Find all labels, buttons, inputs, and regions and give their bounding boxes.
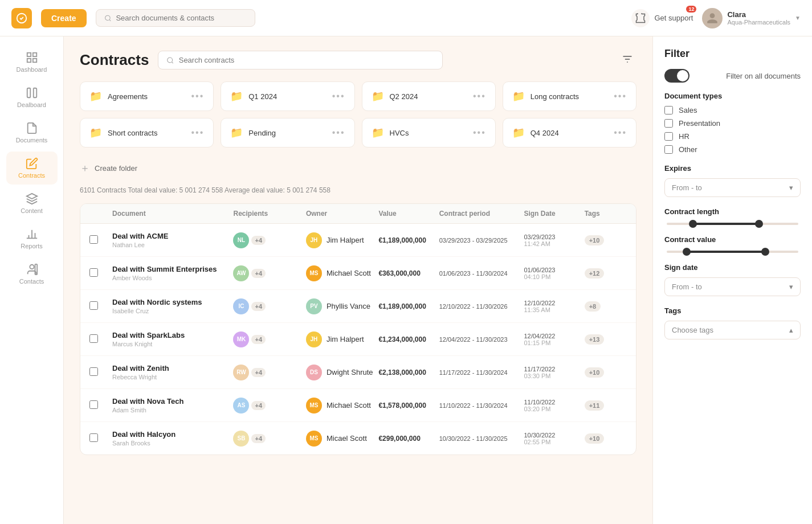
- doc-info: Deal with Nova Tech Adam Smith: [112, 397, 233, 414]
- folder-more-menu[interactable]: •••: [614, 128, 627, 138]
- owner-name: Dwight Shrute: [327, 368, 373, 376]
- folder-name: Q4 2024: [531, 129, 608, 137]
- contract-length-slider[interactable]: [664, 223, 801, 225]
- folder-q2-2024[interactable]: 📁 Q2 2024 •••: [362, 81, 496, 111]
- row-checkbox[interactable]: [89, 301, 112, 312]
- col-tags: Tags: [585, 210, 627, 218]
- doc-info: Deal with Nordic systems Isabelle Cruz: [112, 298, 233, 314]
- owner-avatar: MS: [306, 431, 322, 447]
- doc-info: Deal with Halcyon Sarah Brooks: [112, 430, 233, 447]
- sidebar-item-contracts[interactable]: Contracts: [6, 152, 58, 185]
- sidebar-label-dashboard: Dashboard: [17, 66, 47, 73]
- recipient-avatar: AW: [233, 265, 249, 281]
- svg-point-0: [105, 15, 110, 21]
- recipients: NL +4: [233, 232, 305, 248]
- expires-dropdown[interactable]: From - to ▾: [664, 178, 801, 197]
- folder-more-menu[interactable]: •••: [332, 91, 345, 101]
- checkbox-sales[interactable]: Sales: [664, 106, 801, 114]
- folder-q1-2024[interactable]: 📁 Q1 2024 •••: [221, 81, 354, 111]
- row-checkbox[interactable]: [89, 334, 112, 345]
- contract-value-slider[interactable]: [664, 251, 801, 253]
- app-logo[interactable]: [11, 8, 32, 28]
- folder-icon: 📁: [372, 90, 384, 103]
- doc-name: Deal with Zenith: [112, 364, 233, 372]
- tags: +10: [585, 367, 627, 378]
- presentation-label: Presentation: [679, 119, 720, 128]
- row-checkbox[interactable]: [89, 367, 112, 378]
- folder-more-menu[interactable]: •••: [614, 91, 627, 101]
- sidebar-item-dashboard[interactable]: Dashboard: [6, 46, 58, 79]
- row-checkbox[interactable]: [89, 268, 112, 279]
- sidebar-item-documents[interactable]: Documents: [6, 116, 58, 149]
- table-row: Deal with ACME Nathan Lee NL +4 JH Jim H…: [80, 224, 636, 257]
- global-search-input[interactable]: [116, 14, 246, 22]
- row-checkbox[interactable]: [89, 433, 112, 444]
- folder-icon: 📁: [230, 126, 243, 139]
- owner-name: Phyllis Vance: [327, 302, 370, 310]
- contract-value: €363,000,000: [378, 269, 439, 277]
- tags-dropdown[interactable]: Choose tags ▴: [664, 321, 801, 339]
- folder-agreements[interactable]: 📁 Agreements •••: [80, 81, 214, 111]
- chevron-down-icon: ▾: [789, 283, 793, 291]
- contracts-search-input[interactable]: [179, 56, 435, 64]
- support-icon: [631, 9, 650, 27]
- sidebar-item-dealboard[interactable]: Dealboard: [6, 81, 58, 114]
- doc-sub: Amber Woods: [112, 275, 233, 281]
- folder-more-menu[interactable]: •••: [473, 128, 486, 138]
- doc-name: Deal with ACME: [112, 232, 233, 240]
- create-folder-button[interactable]: ＋ Create folder: [80, 159, 137, 177]
- user-menu[interactable]: Clara Aqua-Pharmaceuticals ▼: [702, 8, 801, 28]
- global-search[interactable]: [96, 9, 255, 27]
- filter-icon-button[interactable]: [618, 50, 636, 70]
- sign-date: 12/04/2022 01:15 PM: [524, 333, 584, 346]
- expires-placeholder: From - to: [672, 183, 702, 192]
- sidebar-item-contacts[interactable]: Contacts: [6, 257, 58, 290]
- folder-pending[interactable]: 📁 Pending •••: [221, 118, 354, 148]
- doc-name: Deal with SparkLabs: [112, 331, 233, 339]
- filter-icon: [622, 54, 633, 65]
- folder-q4-2024[interactable]: 📁 Q4 2024 •••: [503, 118, 636, 148]
- chevron-down-icon: ▼: [795, 15, 801, 21]
- support-button[interactable]: 12 Get support: [631, 9, 693, 27]
- folder-name: Q2 2024: [390, 92, 467, 101]
- folder-more-menu[interactable]: •••: [473, 91, 486, 101]
- row-checkbox[interactable]: [89, 400, 112, 411]
- folder-more-menu[interactable]: •••: [191, 128, 204, 138]
- tags: +13: [585, 334, 627, 345]
- owner-avatar: JH: [306, 331, 322, 347]
- folder-hvcs[interactable]: 📁 HVCs •••: [362, 118, 496, 148]
- owner-avatar: PV: [306, 298, 322, 314]
- row-checkbox[interactable]: [89, 235, 112, 245]
- recipient-avatar: RW: [233, 365, 249, 380]
- folder-more-menu[interactable]: •••: [332, 128, 345, 138]
- folder-long-contracts[interactable]: 📁 Long contracts •••: [503, 81, 636, 111]
- checkbox-hr[interactable]: HR: [664, 132, 801, 141]
- search-icon: [104, 14, 112, 22]
- folder-more-menu[interactable]: •••: [191, 91, 204, 101]
- sign-date-dropdown[interactable]: From - to ▾: [664, 277, 801, 296]
- contract-value: €1,189,000,000: [378, 236, 439, 244]
- filter-panel: Filter Filter on all documents Document …: [652, 36, 812, 524]
- sidebar-item-reports[interactable]: Reports: [6, 222, 58, 255]
- create-folder-label: Create folder: [95, 164, 137, 173]
- folder-short-contracts[interactable]: 📁 Short contracts •••: [80, 118, 214, 148]
- sidebar-item-content[interactable]: Content: [6, 187, 58, 220]
- owner-name: Jim Halpert: [327, 335, 364, 343]
- create-button[interactable]: Create: [41, 9, 87, 27]
- contracts-search[interactable]: [158, 51, 443, 69]
- checkbox-other[interactable]: Other: [664, 145, 801, 154]
- hr-label: HR: [679, 132, 689, 141]
- recipient-avatar: IC: [233, 298, 249, 314]
- support-label: Get support: [654, 14, 693, 22]
- sign-date: 12/10/2022 11:35 AM: [524, 300, 584, 313]
- filter-all-docs-toggle[interactable]: [664, 69, 689, 83]
- sidebar-label-reports: Reports: [21, 243, 43, 249]
- checkbox-presentation[interactable]: Presentation: [664, 119, 801, 128]
- col-sign-date: Sign Date: [524, 210, 584, 218]
- recipients-plus: +4: [251, 368, 266, 377]
- contract-period: 11/10/2022 - 11/30/2024: [439, 402, 524, 409]
- owner-avatar: MS: [306, 265, 322, 281]
- contacts-icon: [26, 263, 38, 276]
- sidebar-label-documents: Documents: [16, 137, 48, 144]
- recipient-avatar: NL: [233, 232, 249, 248]
